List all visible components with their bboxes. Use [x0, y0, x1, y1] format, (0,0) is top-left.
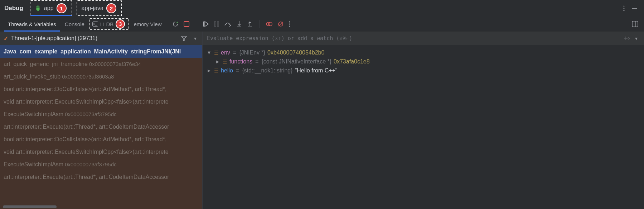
svg-point-1 — [624, 8, 625, 9]
svg-rect-6 — [203, 22, 204, 27]
tab-lldb-label: LLDB — [100, 21, 114, 27]
rerun-icon[interactable] — [172, 21, 179, 27]
svg-rect-8 — [217, 22, 219, 27]
step-out-icon[interactable] — [247, 21, 253, 27]
var-env[interactable]: ☰ env = {JNIEnv *} 0xb40000740054b2b0 — [206, 48, 640, 57]
android-icon — [35, 5, 41, 11]
thread-title: Thread-1-[ple.application] (29731) — [11, 35, 176, 42]
chevron-down-icon[interactable]: ▾ — [192, 35, 199, 41]
frame-row[interactable]: void art::interpreter::ExecuteSwitchImpl… — [0, 146, 202, 158]
frame-row[interactable]: ExecuteSwitchImplAsm0x00000073af3795dc — [0, 158, 202, 171]
struct-icon: ☰ — [214, 50, 219, 56]
callout-badge-1: 1 — [57, 3, 67, 13]
tab-threads-variables[interactable]: Threads & Variables — [4, 16, 60, 32]
frame-row[interactable]: ExecuteSwitchImplAsm0x00000073af3795dc — [0, 108, 202, 120]
more-actions-icon[interactable] — [289, 21, 290, 27]
frame-row[interactable]: art_quick_generic_jni_trampoline0x000000… — [0, 58, 202, 70]
svg-rect-16 — [632, 21, 638, 27]
layout-settings-icon[interactable] — [632, 21, 638, 27]
svg-point-15 — [289, 26, 290, 27]
svg-point-14 — [289, 24, 290, 25]
var-hello[interactable]: ☰ hello = {std::__ndk1::string} "Hello f… — [206, 66, 640, 75]
svg-point-10 — [268, 22, 272, 26]
frame-row[interactable]: bool art::interpreter::DoCall<false>(art… — [0, 83, 202, 95]
frame-row[interactable]: Java_com_example_application_MainActivit… — [0, 45, 202, 58]
frame-row[interactable]: art::interpreter::Execute(art::Thread*, … — [0, 120, 202, 133]
mute-breakpoints-icon[interactable] — [277, 21, 284, 27]
struct-icon: ☰ — [214, 68, 219, 73]
svg-point-2 — [624, 10, 625, 11]
view-breakpoints-icon[interactable] — [266, 21, 272, 27]
frame-row[interactable]: art_quick_invoke_stub0x00000073af3603a8 — [0, 70, 202, 83]
svg-rect-5 — [184, 22, 189, 27]
expand-icon[interactable] — [206, 67, 212, 74]
tab-memory-view[interactable]: emory View — [129, 16, 166, 32]
svg-rect-7 — [214, 22, 216, 27]
variables-tree: ☰ env = {JNIEnv *} 0xb40000740054b2b0 ☰ … — [203, 45, 644, 209]
svg-point-13 — [289, 22, 290, 23]
horizontal-scrollbar[interactable] — [0, 205, 202, 209]
terminal-icon — [92, 22, 98, 27]
add-watch-icon[interactable] — [624, 36, 630, 41]
minimize-icon[interactable] — [631, 5, 638, 11]
frames-list[interactable]: Java_com_example_application_MainActivit… — [0, 45, 202, 205]
stop-icon[interactable] — [184, 21, 189, 27]
frame-row[interactable]: bool art::interpreter::DoCall<false>(art… — [0, 133, 202, 146]
resume-icon[interactable] — [203, 21, 209, 27]
pause-icon[interactable] — [214, 21, 219, 27]
run-tab-app-java-label: app-java — [82, 5, 103, 11]
svg-rect-3 — [632, 8, 637, 9]
run-tab-app-java[interactable]: app-java 2 — [77, 0, 122, 16]
run-tab-app-label: app — [44, 5, 54, 11]
struct-icon: ☰ — [223, 59, 227, 65]
callout-badge-2: 2 — [106, 3, 116, 13]
filter-icon[interactable] — [179, 35, 189, 41]
svg-rect-4 — [92, 22, 98, 27]
step-over-icon[interactable] — [224, 21, 231, 27]
eval-dropdown-icon[interactable]: ▾ — [633, 35, 640, 41]
step-into-icon[interactable] — [236, 21, 242, 27]
frame-row[interactable]: void art::interpreter::ExecuteSwitchImpl… — [0, 95, 202, 108]
callout-badge-3: 3 — [116, 19, 125, 29]
evaluate-expression-input[interactable]: Evaluate expression (⌅⇧) or add a watch … — [207, 35, 621, 42]
expand-icon[interactable] — [215, 58, 221, 65]
svg-point-0 — [624, 6, 625, 7]
tab-lldb[interactable]: LLDB 3 — [89, 18, 130, 30]
run-tab-app[interactable]: app 1 — [30, 0, 72, 16]
expand-icon[interactable] — [206, 49, 212, 56]
frame-row[interactable]: art::interpreter::Execute(art::Thread*, … — [0, 171, 202, 183]
check-icon: ✓ — [4, 35, 8, 42]
debug-title: Debug — [4, 5, 23, 12]
tab-console[interactable]: Console — [60, 16, 89, 32]
var-functions[interactable]: ☰ functions = {const JNINativeInterface … — [215, 57, 640, 66]
more-icon[interactable] — [623, 5, 625, 11]
